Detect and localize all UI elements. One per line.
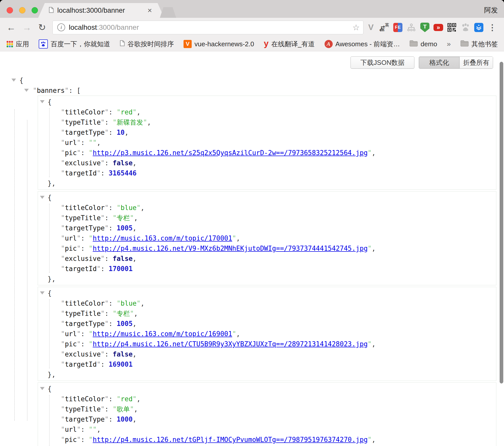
page-content: 下载JSON数据 格式化 折叠所有 { "banners": [ {"title… xyxy=(0,51,504,421)
tab-close-icon[interactable]: × xyxy=(147,7,152,14)
json-key: targetId xyxy=(65,361,97,368)
json-string-value: red xyxy=(121,108,133,116)
json-url-link[interactable]: http://p3.music.126.net/s25q2x5QyqsAzilC… xyxy=(93,149,368,157)
bookmark-item[interactable]: 百度一下，你就知道 xyxy=(39,39,110,49)
collapse-toggle-icon[interactable] xyxy=(40,100,45,103)
bookmark-label: vue-hackernews-2.0 xyxy=(194,40,254,48)
json-prop-line: "titleColor": "blue", xyxy=(38,203,496,213)
json-string-value: 专栏 xyxy=(117,214,130,222)
json-prop-line: "typeTitle": "歌单", xyxy=(38,404,496,414)
json-url-link[interactable]: http://music.163.com/m/topic/170001 xyxy=(93,234,232,242)
json-url-link[interactable]: http://music.163.com/m/topic/169001 xyxy=(93,330,232,338)
json-key: typeTitle xyxy=(65,118,101,126)
json-prop-line: "typeTitle": "专栏", xyxy=(38,213,496,223)
sync-chevron-icon[interactable] xyxy=(474,23,484,32)
vue-devtools-icon[interactable]: V xyxy=(366,23,376,32)
bookmark-star-icon[interactable]: ☆ xyxy=(352,23,360,32)
window-zoom-button[interactable] xyxy=(32,7,38,13)
reload-icon[interactable]: ↻ xyxy=(38,23,46,32)
apps-grid-icon xyxy=(7,41,13,47)
json-prop-line: "exclusive": false, xyxy=(38,254,496,264)
json-prop-line: "typeTitle": "新碟首发", xyxy=(38,117,496,127)
page-icon xyxy=(120,40,125,48)
forward-icon: → xyxy=(22,23,32,32)
json-key: targetType xyxy=(65,129,105,136)
collapse-toggle-icon[interactable] xyxy=(40,387,45,390)
json-prop-line: "titleColor": "red", xyxy=(38,107,496,117)
json-prop-line: "targetId": 3165446 xyxy=(38,168,496,178)
bookmark-item[interactable]: AAwesomes - 前端资… xyxy=(325,40,400,49)
extensions-row: V⇄英enFET»⋮ xyxy=(366,23,497,32)
json-key: pic xyxy=(65,436,77,443)
paw-icon[interactable] xyxy=(460,23,470,32)
json-prop-line: "targetId": 170001 xyxy=(38,264,496,274)
json-key: pic xyxy=(65,340,77,348)
json-boolean-value: false xyxy=(113,350,133,358)
browser-toolbar: ← → ↻ i localhost :3000/banner ☆ V⇄英enFE… xyxy=(0,18,504,37)
bookmark-item[interactable]: 谷歌按时间排序 xyxy=(120,40,174,49)
json-key: exclusive xyxy=(65,159,101,167)
fe-helper-icon[interactable]: FE xyxy=(393,23,403,32)
profile-name[interactable]: 阿发 xyxy=(484,6,498,15)
json-number-value: 3165446 xyxy=(109,169,137,177)
json-key: titleColor xyxy=(65,395,105,403)
json-number-value: 170001 xyxy=(109,265,133,273)
json-object-open-line: { xyxy=(38,288,496,298)
address-bar[interactable]: i localhost :3000/banner ☆ xyxy=(52,21,363,34)
json-key: titleColor xyxy=(65,204,105,212)
json-key: typeTitle xyxy=(65,214,101,222)
bookmark-item[interactable]: y在线翻译_有道 xyxy=(264,40,315,49)
json-prop-line: "url": "", xyxy=(38,424,496,435)
json-url-link[interactable]: http://p4.music.126.net/tGPljf-IMOCyPvum… xyxy=(93,436,368,443)
collapse-all-button[interactable]: 折叠所有 xyxy=(459,57,493,68)
json-key: exclusive xyxy=(65,255,101,262)
json-prop-line: "targetType": 1005, xyxy=(38,319,496,329)
other-bookmarks-folder[interactable]: 其他书签 xyxy=(460,40,498,49)
page-icon xyxy=(49,7,54,14)
translate-icon[interactable]: ⇄英en xyxy=(380,23,389,32)
json-prop-line: "targetType": 1000, xyxy=(38,414,496,424)
collapse-toggle-icon[interactable] xyxy=(24,89,29,92)
json-string-value: 新碟首发 xyxy=(117,118,143,126)
json-boolean-value: false xyxy=(113,255,133,262)
json-viewer: { "banners": [ {"titleColor": "red","typ… xyxy=(0,75,504,421)
collapse-toggle-icon[interactable] xyxy=(40,291,45,294)
json-prop-line: "pic": "http://p4.music.126.net/V9-MXz6b… xyxy=(38,243,496,254)
json-key: url xyxy=(65,426,77,433)
download-json-button[interactable]: 下载JSON数据 xyxy=(351,56,414,69)
window-minimize-button[interactable] xyxy=(19,7,25,13)
youdao-icon: y xyxy=(264,40,269,48)
bookmark-item[interactable]: 应用 xyxy=(7,40,29,49)
info-icon[interactable]: i xyxy=(57,23,65,31)
json-prop-line: "pic": "http://p4.music.126.net/CTU5B9R9… xyxy=(38,339,496,349)
json-url-link[interactable]: http://p4.music.126.net/V9-MXz6b2MNhEKju… xyxy=(93,245,368,252)
collapse-toggle-icon[interactable] xyxy=(11,79,16,82)
bookmark-item[interactable]: demo xyxy=(410,40,437,48)
tampermonkey-icon[interactable]: T xyxy=(420,23,430,32)
json-prop-line: "pic": "http://p3.music.126.net/s25q2x5Q… xyxy=(38,148,496,158)
format-button[interactable]: 格式化 xyxy=(419,57,459,68)
json-key: targetType xyxy=(65,320,105,328)
json-prop-line: "targetType": 10, xyxy=(38,127,496,138)
json-prop-line: "url": "http://music.163.com/m/topic/169… xyxy=(38,329,496,339)
video-speed-icon[interactable]: » xyxy=(433,23,443,32)
json-prop-line: "exclusive": false, xyxy=(38,158,496,168)
json-number-value: 1005 xyxy=(117,224,133,232)
json-key: targetId xyxy=(65,169,97,177)
bookmarks-overflow-chevron[interactable]: » xyxy=(447,40,451,48)
qr-code-icon[interactable] xyxy=(447,23,457,32)
json-object-open-line: { xyxy=(38,384,496,394)
window-close-button[interactable] xyxy=(7,7,13,13)
json-key: pic xyxy=(65,149,77,157)
browser-menu-icon[interactable]: ⋮ xyxy=(487,23,497,32)
scrollbar-thumb[interactable] xyxy=(500,62,503,383)
json-boolean-value: false xyxy=(113,159,133,167)
bookmark-item[interactable]: Vvue-hackernews-2.0 xyxy=(184,40,254,48)
browser-tab[interactable]: localhost:3000/banner × xyxy=(38,3,164,18)
sitemap-icon[interactable] xyxy=(407,23,416,32)
back-icon[interactable]: ← xyxy=(7,23,16,32)
json-prop-line: "url": "", xyxy=(38,138,496,148)
json-url-link[interactable]: http://p4.music.126.net/CTU5B9R9y3XyYBZX… xyxy=(93,340,368,348)
new-tab-button[interactable] xyxy=(160,7,176,18)
collapse-toggle-icon[interactable] xyxy=(40,196,45,199)
